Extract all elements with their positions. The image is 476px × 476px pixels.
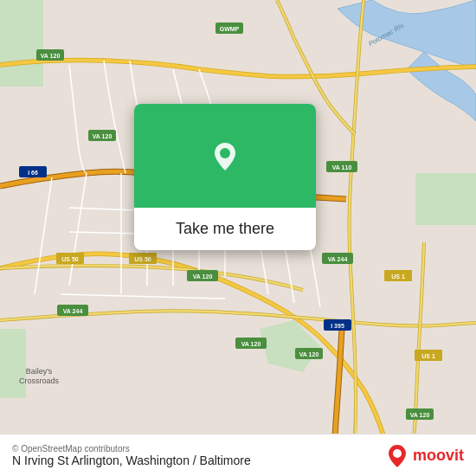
svg-point-56 bbox=[220, 148, 230, 158]
svg-text:VA 110: VA 110 bbox=[332, 164, 352, 170]
svg-text:VA 120: VA 120 bbox=[193, 273, 213, 280]
svg-line-13 bbox=[35, 177, 52, 294]
moovit-pin-icon bbox=[385, 443, 409, 467]
moovit-brand-text: moovit bbox=[413, 447, 464, 465]
svg-text:US 50: US 50 bbox=[61, 256, 79, 262]
svg-text:US 1: US 1 bbox=[421, 353, 435, 359]
location-label: N Irving St Arlington, Washington / Balt… bbox=[12, 453, 251, 467]
location-pin-icon bbox=[202, 132, 248, 179]
svg-text:I 395: I 395 bbox=[331, 323, 344, 329]
popup-card: Take me there bbox=[134, 104, 316, 250]
popup-header bbox=[134, 104, 316, 208]
svg-point-57 bbox=[393, 449, 402, 458]
take-me-there-button[interactable]: Take me there bbox=[176, 220, 274, 238]
moovit-logo: moovit bbox=[385, 443, 464, 467]
svg-text:VA 244: VA 244 bbox=[63, 308, 83, 314]
svg-text:VA 244: VA 244 bbox=[328, 256, 348, 262]
svg-text:VA 120: VA 120 bbox=[241, 341, 261, 347]
svg-text:I 66: I 66 bbox=[28, 170, 38, 176]
svg-text:US 1: US 1 bbox=[391, 273, 405, 280]
svg-line-12 bbox=[69, 173, 87, 286]
bottom-bar: © OpenStreetMap contributors N Irving St… bbox=[0, 434, 476, 476]
svg-text:VA 120: VA 120 bbox=[41, 53, 61, 59]
svg-rect-1 bbox=[415, 173, 476, 225]
svg-text:VA 120: VA 120 bbox=[93, 133, 113, 139]
copyright-text: © OpenStreetMap contributors bbox=[12, 444, 251, 453]
svg-text:Bailey's: Bailey's bbox=[26, 367, 53, 376]
svg-rect-0 bbox=[0, 0, 43, 87]
svg-line-16 bbox=[61, 294, 225, 299]
map-container: VA 120 VA 120 VA 120 VA 120 VA 120 I 66 … bbox=[0, 0, 476, 476]
svg-text:VA 120: VA 120 bbox=[410, 412, 430, 418]
svg-text:GWMP: GWMP bbox=[220, 26, 240, 32]
svg-text:VA 120: VA 120 bbox=[299, 351, 319, 357]
svg-text:US 50: US 50 bbox=[134, 256, 151, 262]
svg-text:Crossroads: Crossroads bbox=[19, 376, 60, 385]
svg-rect-3 bbox=[0, 329, 26, 398]
popup-button-area: Take me there bbox=[134, 208, 316, 250]
bottom-left: © OpenStreetMap contributors N Irving St… bbox=[12, 444, 251, 467]
